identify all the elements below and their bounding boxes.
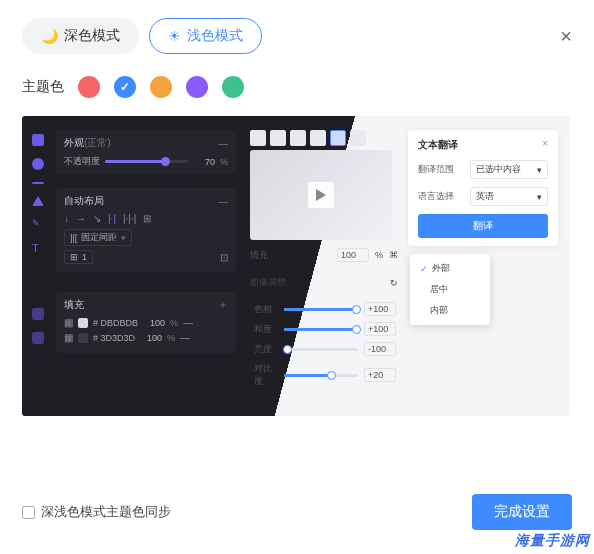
align-h-icon[interactable]: ↓ — [64, 213, 69, 224]
light-fill-val[interactable]: 100 — [337, 248, 369, 262]
minus-icon[interactable]: — — [218, 196, 228, 207]
circle-icon[interactable] — [32, 158, 44, 170]
light-fill-pct: % — [375, 250, 383, 260]
scope-select[interactable]: 已选中内容 ▾ — [470, 160, 548, 179]
folder-icon[interactable] — [32, 308, 44, 320]
swatch-red[interactable] — [78, 76, 100, 98]
tool-sidebar — [28, 134, 48, 398]
translate-button[interactable]: 翻译 — [418, 214, 548, 238]
space-between-icon[interactable]: |·| — [108, 213, 116, 224]
close-icon[interactable]: × — [542, 138, 548, 152]
done-button[interactable]: 完成设置 — [472, 494, 572, 530]
checkbox-icon[interactable] — [22, 506, 35, 519]
appearance-panel: 外观(正常) — 不透明度 70 % — [56, 130, 236, 174]
center-icon[interactable]: ⊞ — [143, 213, 151, 224]
color-chip[interactable] — [78, 333, 88, 343]
scope-label: 翻译范围 — [418, 163, 454, 176]
chevron-down-icon: ▾ — [537, 165, 542, 175]
fill-pct: % — [167, 333, 175, 343]
swatch-purple[interactable] — [186, 76, 208, 98]
play-icon[interactable] — [308, 182, 334, 208]
hue-val[interactable]: +100 — [364, 302, 396, 316]
wrap-icon[interactable]: ↘ — [93, 213, 101, 224]
hue-row: 色相 +100 — [254, 302, 396, 316]
dark-mode-button[interactable]: 🌙 深色模式 — [22, 18, 139, 54]
fill-row: ▦ # DBDBDB 100 % — — [64, 317, 228, 328]
plus-icon[interactable]: ＋ — [218, 298, 228, 312]
sync-checkbox-row[interactable]: 深浅色模式主题色同步 — [22, 503, 171, 521]
moon-icon: 🌙 — [41, 28, 58, 44]
triangle-icon[interactable] — [32, 196, 44, 206]
swatch-orange[interactable] — [150, 76, 172, 98]
square-icon[interactable] — [32, 134, 44, 146]
fill-val: 100 — [140, 333, 162, 343]
con-slider[interactable] — [284, 374, 358, 377]
align-v-icon[interactable]: → — [76, 213, 86, 224]
btn-4[interactable] — [310, 130, 326, 146]
grid-icon[interactable]: ▦ — [64, 332, 73, 343]
opacity-label: 不透明度 — [64, 155, 100, 168]
image-adjust-label: 图像调整 — [250, 276, 286, 289]
dd-item-inner[interactable]: 内部 — [410, 300, 490, 321]
bri-slider[interactable] — [284, 348, 358, 351]
sat-val[interactable]: +100 — [364, 322, 396, 336]
grid-icon[interactable]: ▦ — [64, 317, 73, 328]
gap-type-select[interactable]: ]|[ 固定间距 ▾ — [64, 229, 132, 246]
lang-select[interactable]: 英语 ▾ — [470, 187, 548, 206]
btn-2[interactable] — [270, 130, 286, 146]
auto-layout-title: 自动布局 — [64, 194, 104, 208]
dd-item-center[interactable]: 居中 — [410, 279, 490, 300]
reset-icon[interactable]: ↻ — [390, 278, 398, 288]
fill-panel: 填充 ＋ ▦ # DBDBDB 100 % — ▦ # 3D3D3D 100 %… — [56, 292, 236, 353]
fill-row: ▦ # 3D3D3D 100 % — — [64, 332, 228, 343]
fill-val: 100 — [143, 318, 165, 328]
con-label: 对比度 — [254, 362, 278, 388]
dd-item-outer[interactable]: 外部 — [410, 258, 490, 279]
minus-icon[interactable]: — — [183, 317, 193, 328]
watermark: 海量手游网 — [515, 532, 590, 550]
light-mode-button[interactable]: ☀ 浅色模式 — [149, 18, 262, 54]
fill-hex: # 3D3D3D — [93, 333, 135, 343]
layer-icon[interactable] — [32, 332, 44, 344]
gap-label: 固定间距 — [81, 231, 117, 244]
space-around-icon[interactable]: |·|·| — [123, 213, 136, 224]
opacity-pct: % — [220, 157, 228, 167]
hue-slider[interactable] — [284, 308, 358, 311]
close-icon[interactable]: × — [560, 25, 572, 48]
theme-label: 主题色 — [22, 78, 64, 96]
brightness-row: 亮度 -100 — [254, 342, 396, 356]
btn-6[interactable] — [350, 130, 366, 146]
opacity-slider[interactable] — [105, 160, 188, 163]
color-chip[interactable] — [78, 318, 88, 328]
scope-value: 已选中内容 — [476, 163, 521, 176]
padding-icon[interactable]: ⊡ — [220, 252, 228, 263]
btn-1[interactable] — [250, 130, 266, 146]
sat-label: 和度 — [254, 323, 278, 336]
con-val[interactable]: +20 — [364, 368, 396, 382]
light-fill-row: 填充 100 % ⌘ — [250, 248, 398, 262]
appearance-title: 外观 — [64, 137, 84, 148]
sync-label: 深浅色模式主题色同步 — [41, 503, 171, 521]
swatch-blue[interactable] — [114, 76, 136, 98]
contrast-row: 对比度 +20 — [254, 362, 396, 388]
fill-title: 填充 — [64, 298, 84, 312]
appearance-suffix: (正常) — [84, 137, 111, 148]
theme-color-row: 主题色 — [22, 76, 572, 98]
line-icon[interactable] — [32, 182, 44, 184]
swatch-green[interactable] — [222, 76, 244, 98]
text-icon[interactable] — [32, 242, 44, 254]
btn-5[interactable] — [330, 130, 346, 146]
minus-icon[interactable]: — — [218, 138, 228, 149]
fill-hex: # DBDBDB — [93, 318, 138, 328]
btn-3[interactable] — [290, 130, 306, 146]
opacity-value: 70 — [193, 157, 215, 167]
pen-icon[interactable] — [32, 218, 44, 230]
link-icon[interactable]: ⌘ — [389, 250, 398, 260]
minus-icon[interactable]: — — [180, 332, 190, 343]
sat-slider[interactable] — [284, 328, 358, 331]
bri-val[interactable]: -100 — [364, 342, 396, 356]
count-input[interactable]: ⊞ 1 — [64, 250, 93, 264]
translate-card: 文本翻译 × 翻译范围 已选中内容 ▾ 语言选择 英语 ▾ 翻译 — [408, 130, 558, 246]
preview-shape — [250, 150, 392, 240]
mini-toolbar — [250, 130, 366, 146]
